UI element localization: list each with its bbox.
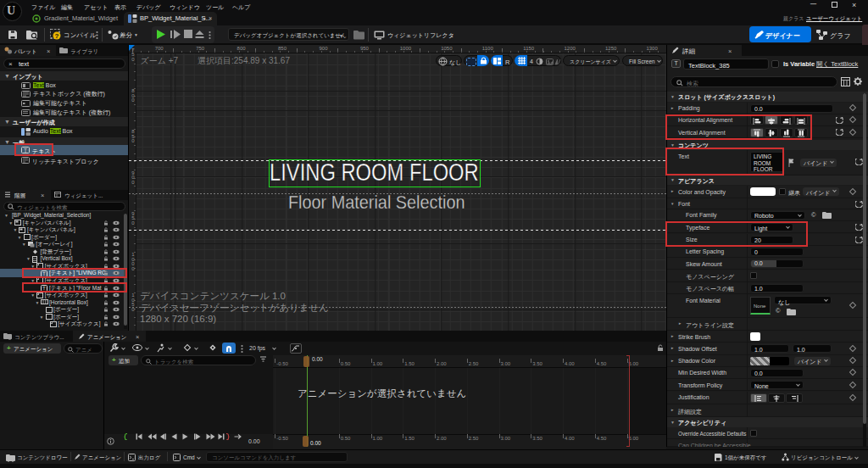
svg-text:?: ? [55,32,59,40]
